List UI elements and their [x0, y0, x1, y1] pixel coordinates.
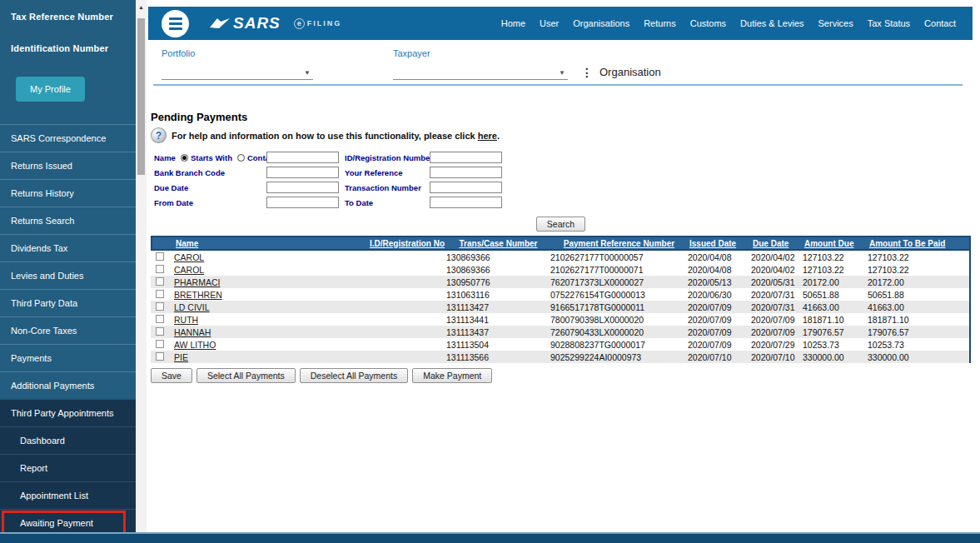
help-here-link[interactable]: here: [478, 131, 497, 141]
row-checkbox[interactable]: [156, 252, 164, 261]
row-issued-date: 2020/07/10: [686, 352, 749, 362]
hamburger-menu-icon[interactable]: [162, 10, 189, 37]
to-date-input[interactable]: [430, 197, 502, 208]
kebab-menu-icon[interactable]: ⋮: [581, 67, 593, 77]
radio-starts-with[interactable]: [181, 154, 188, 162]
col-header-idreg[interactable]: I.D/Registration No: [359, 239, 446, 248]
sidebar-item-sars-correspondence[interactable]: SARS Correspondence: [0, 124, 136, 152]
col-header-name[interactable]: Name: [174, 239, 359, 248]
sidebar-item-third-party-appointments[interactable]: Third Party Appointments: [0, 399, 136, 426]
make-payment-button[interactable]: Make Payment: [412, 368, 492, 383]
scrollbar-thumb[interactable]: [137, 18, 145, 175]
row-name-link[interactable]: CAROL: [174, 252, 204, 262]
your-reference-label: Your Reference: [345, 168, 430, 177]
row-checkbox[interactable]: [156, 352, 164, 361]
col-header-trans[interactable]: Trans/Case Number: [446, 239, 550, 248]
from-date-input[interactable]: [266, 197, 339, 208]
my-profile-button[interactable]: My Profile: [16, 77, 85, 102]
name-field-label: NameStarts WithContains: [154, 153, 266, 162]
sars-flag-icon: [209, 17, 231, 30]
nav-item-contact[interactable]: Contact: [924, 18, 956, 28]
row-payment-ref: 7260790433LX0000020: [549, 327, 686, 337]
row-checkbox[interactable]: [156, 290, 164, 298]
search-button[interactable]: Search: [536, 217, 585, 232]
col-header-issued[interactable]: Issued Date: [688, 239, 751, 248]
row-amount-due: 127103.22: [801, 265, 866, 275]
sidebar-item-third-party-data[interactable]: Third Party Data: [0, 289, 136, 316]
sars-logo[interactable]: SARS: [209, 14, 281, 32]
nav-item-customs[interactable]: Customs: [690, 18, 726, 28]
sidebar-item-returns-history[interactable]: Returns History: [0, 179, 136, 207]
sidebar-item-dividends-tax[interactable]: Dividends Tax: [0, 234, 136, 262]
due-date-input[interactable]: [266, 182, 339, 193]
bank-branch-code-label: Bank Branch Code: [154, 168, 266, 177]
row-issued-date: 2020/07/09: [686, 327, 749, 337]
sidebar-item-returns-issued[interactable]: Returns Issued: [0, 152, 136, 179]
taxpayer-label: Taxpayer: [393, 48, 568, 58]
row-name-link[interactable]: PIE: [174, 352, 188, 362]
row-checkbox[interactable]: [156, 315, 164, 323]
sidebar-item-non-core-taxes[interactable]: Non-Core Taxes: [0, 316, 136, 344]
save-button[interactable]: Save: [151, 368, 192, 383]
row-payment-ref: 0752276154TG0000013: [549, 290, 686, 300]
table-row: RUTH1311134417800790398LX00000202020/07/…: [151, 313, 971, 326]
sidebar-item-returns-search[interactable]: Returns Search: [0, 207, 136, 234]
nav-item-duties-levies[interactable]: Duties & Levies: [740, 18, 803, 28]
col-header-due[interactable]: Due Date: [751, 239, 803, 248]
sidebar-item-report[interactable]: Report: [0, 454, 136, 481]
deselect-all-payments-button[interactable]: Deselect All Payments: [300, 368, 408, 383]
row-checkbox[interactable]: [156, 277, 164, 286]
search-form: NameStarts WithContains ID/Registration …: [154, 150, 973, 210]
nav-item-user[interactable]: User: [540, 18, 559, 28]
sidebar-item-levies-and-duties[interactable]: Levies and Duties: [0, 262, 136, 289]
top-navbar: SARS e FILING HomeUserOrganisationsRetur…: [148, 7, 973, 40]
select-all-payments-button[interactable]: Select All Payments: [196, 368, 296, 383]
sidebar-item-payments[interactable]: Payments: [0, 344, 136, 371]
sidebar-item-additional-payments[interactable]: Additional Payments: [0, 371, 136, 399]
row-checkbox[interactable]: [156, 265, 164, 273]
col-header-amount-due[interactable]: Amount Due: [803, 239, 868, 248]
table-row: AW LITHO1311135049028808237TG00000172020…: [151, 338, 971, 351]
row-trans-case: 130950776: [445, 277, 549, 287]
row-name-link[interactable]: PHARMACI: [174, 277, 220, 287]
table-row: CAROL1308693662102627177T000000712020/04…: [151, 263, 971, 276]
nav-item-tax-status[interactable]: Tax Status: [868, 18, 910, 28]
row-payment-ref: 2102627177T00000057: [549, 252, 686, 262]
row-name-link[interactable]: AW LITHO: [174, 340, 216, 350]
your-reference-input[interactable]: [430, 167, 502, 178]
row-amount-to-be-paid: 179076.57: [866, 327, 969, 337]
radio-contains[interactable]: [237, 154, 245, 162]
row-checkbox[interactable]: [156, 340, 164, 348]
sidebar-item-appointment-list[interactable]: Appointment List: [0, 481, 136, 509]
help-icon[interactable]: ?: [151, 127, 167, 143]
row-issued-date: 2020/04/08: [686, 252, 749, 262]
sidebar-item-dashboard[interactable]: Dashboard: [0, 426, 136, 454]
row-amount-to-be-paid: 330000.00: [866, 352, 969, 362]
row-name-link[interactable]: LD CIVIL: [174, 302, 210, 312]
col-header-payref[interactable]: Payment Reference Number: [550, 239, 688, 248]
id-registration-input[interactable]: [430, 152, 502, 163]
pending-payments-table: Name I.D/Registration No Trans/Case Numb…: [151, 236, 971, 363]
due-date-label: Due Date: [154, 183, 266, 192]
nav-item-services[interactable]: Services: [818, 18, 853, 28]
sidebar-scrollbar[interactable]: ▲: [136, 0, 147, 533]
scroll-up-arrow-icon[interactable]: ▲: [136, 0, 147, 13]
nav-item-returns[interactable]: Returns: [644, 18, 676, 28]
nav-item-organisations[interactable]: Organisations: [573, 18, 629, 28]
col-header-amount-paid[interactable]: Amount To Be Paid: [868, 239, 969, 248]
row-name-link[interactable]: BRETHREN: [174, 290, 222, 300]
row-checkbox[interactable]: [156, 302, 164, 311]
name-input[interactable]: [266, 152, 339, 163]
row-name-link[interactable]: CAROL: [174, 265, 204, 275]
bank-branch-code-input[interactable]: [266, 167, 339, 178]
row-name-link[interactable]: RUTH: [174, 315, 198, 325]
nav-menu: HomeUserOrganisationsReturnsCustomsDutie…: [501, 18, 956, 28]
transaction-number-input[interactable]: [430, 182, 502, 193]
table-row: BRETHREN1310631160752276154TG00000132020…: [151, 288, 971, 301]
nav-item-home[interactable]: Home: [501, 18, 525, 28]
table-row: CAROL1308693662102627177T000000572020/04…: [151, 251, 971, 263]
portfolio-select[interactable]: ▼: [162, 63, 313, 80]
taxpayer-select[interactable]: ▼: [393, 63, 568, 80]
row-name-link[interactable]: HANNAH: [174, 327, 211, 337]
row-checkbox[interactable]: [156, 327, 164, 336]
